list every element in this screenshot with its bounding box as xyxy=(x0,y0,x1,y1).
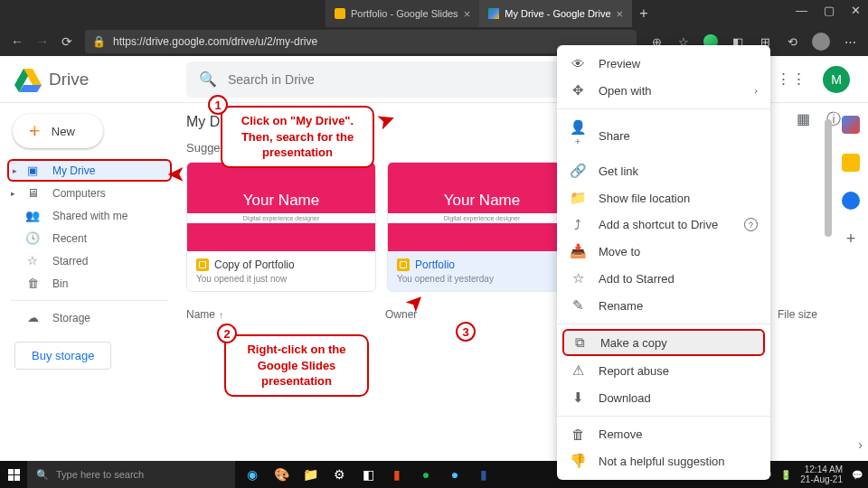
file-card[interactable]: Your Name Digital experience designer Co… xyxy=(186,162,376,292)
sync-icon[interactable]: ⟲ xyxy=(785,34,799,49)
ctx-move-to[interactable]: 📥Move to xyxy=(557,238,770,265)
tab-title: My Drive - Google Drive xyxy=(505,8,610,19)
sidebar-item-starred[interactable]: ☆ Starred xyxy=(7,249,172,272)
search-icon: 🔍 xyxy=(199,70,217,88)
ctx-open-with[interactable]: ✥Open with› xyxy=(557,77,770,104)
calendar-icon[interactable] xyxy=(842,116,860,134)
taskbar-explorer-icon[interactable]: 📁 xyxy=(298,463,322,486)
tab-drive[interactable]: My Drive - Google Drive × xyxy=(479,0,632,27)
open-with-icon: ✥ xyxy=(570,82,586,99)
folder-icon: 📁 xyxy=(570,190,586,206)
ctx-download[interactable]: ⬇Download xyxy=(557,384,770,411)
trash-icon: 🗑 xyxy=(25,277,40,290)
sidebar-label: Shared with me xyxy=(52,210,127,222)
browser-profile-icon[interactable] xyxy=(812,33,830,51)
divider xyxy=(557,416,770,417)
help-icon[interactable]: ? xyxy=(744,218,758,231)
ctx-report-abuse[interactable]: ⚠Report abuse xyxy=(557,357,770,384)
card-title: Portfolio xyxy=(415,258,455,271)
lock-icon: 🔒 xyxy=(92,35,106,48)
rename-icon: ✎ xyxy=(570,297,586,314)
sidebar-label: My Drive xyxy=(52,164,95,177)
buy-storage-button[interactable]: Buy storage xyxy=(14,342,111,370)
ctx-share[interactable]: 👤⁺Share xyxy=(557,114,770,157)
sidebar-item-computers[interactable]: ▸ 🖥 Computers xyxy=(7,182,172,204)
recent-icon: 🕓 xyxy=(25,231,40,245)
context-menu: 👁Preview ✥Open with› 👤⁺Share 🔗Get link 📁… xyxy=(557,45,770,480)
minimize-icon[interactable]: — xyxy=(796,4,807,17)
star-icon: ☆ xyxy=(25,254,40,267)
side-panel-toggle[interactable]: › xyxy=(858,437,863,452)
more-icon[interactable]: ⋯ xyxy=(843,34,857,49)
tasks-icon[interactable] xyxy=(842,192,860,210)
divider xyxy=(557,324,770,324)
sidebar-label: Bin xyxy=(52,277,68,290)
sidebar-item-storage[interactable]: ☁ Storage xyxy=(7,306,172,329)
taskbar-app-icon[interactable]: ● xyxy=(443,463,467,486)
ctx-remove[interactable]: 🗑Remove xyxy=(557,421,770,447)
annotation-2: Right-click on the Google Slides present… xyxy=(224,334,369,397)
refresh-button[interactable]: ⟳ xyxy=(61,34,72,49)
scrollbar[interactable] xyxy=(825,119,832,237)
notifications-icon[interactable]: 💬 xyxy=(852,470,863,480)
share-icon: 👤⁺ xyxy=(570,119,586,152)
account-avatar[interactable]: M xyxy=(823,66,850,93)
sidebar: + New ▸ ▣ My Drive ▸ 🖥 Computers 👥 Share… xyxy=(0,103,181,463)
taskbar-office-icon[interactable]: ▮ xyxy=(385,463,409,486)
keep-icon[interactable] xyxy=(842,154,860,172)
ctx-add-shortcut[interactable]: ⤴Add a shortcut to Drive? xyxy=(557,211,770,238)
card-thumbnail: Your Name Digital experience designer xyxy=(388,163,576,251)
ctx-preview[interactable]: 👁Preview xyxy=(557,51,770,77)
drive-logo[interactable]: Drive xyxy=(14,67,177,92)
sidebar-item-my-drive[interactable]: ▸ ▣ My Drive xyxy=(7,159,172,182)
sidebar-item-shared[interactable]: 👥 Shared with me xyxy=(7,204,172,227)
sidebar-label: Recent xyxy=(52,232,87,245)
start-button[interactable] xyxy=(0,469,27,481)
forward-button[interactable]: → xyxy=(36,34,49,49)
arrow-icon: ➤ xyxy=(168,163,184,186)
chevron-right-icon: ▸ xyxy=(13,166,17,175)
ctx-show-location[interactable]: 📁Show file location xyxy=(557,184,770,211)
tray-battery-icon[interactable]: 🔋 xyxy=(780,470,791,480)
slides-favicon xyxy=(335,8,345,19)
file-card-selected[interactable]: Your Name Digital experience designer Po… xyxy=(387,162,577,292)
taskbar-search[interactable]: 🔍 Type here to search xyxy=(27,461,235,488)
taskbar-edge-icon[interactable]: ◉ xyxy=(241,463,264,486)
trash-icon: 🗑 xyxy=(570,427,586,442)
shortcut-icon: ⤴ xyxy=(570,217,586,232)
new-button[interactable]: + New xyxy=(13,114,103,148)
download-icon: ⬇ xyxy=(570,389,586,406)
taskbar-word-icon[interactable]: ▮ xyxy=(472,463,495,486)
sidebar-item-bin[interactable]: 🗑 Bin xyxy=(7,272,172,295)
close-window-icon[interactable]: ✕ xyxy=(851,4,861,17)
ctx-make-copy[interactable]: ⧉Make a copy xyxy=(562,329,765,356)
star-icon: ☆ xyxy=(570,270,586,286)
ctx-get-link[interactable]: 🔗Get link xyxy=(557,157,770,184)
add-addon-icon[interactable]: + xyxy=(846,230,856,249)
url-bar[interactable]: 🔒 https://drive.google.com/drive/u/2/my-… xyxy=(85,30,637,53)
taskbar-app-icon[interactable]: 🎨 xyxy=(269,463,293,486)
close-icon[interactable]: × xyxy=(464,7,471,21)
divider xyxy=(557,108,770,109)
maximize-icon[interactable]: ▢ xyxy=(824,4,835,17)
search-placeholder: Type here to search xyxy=(56,469,144,480)
drive-title: Drive xyxy=(49,70,89,89)
col-name[interactable]: Name ↑ xyxy=(186,308,385,321)
clock[interactable]: 12:14 AM 21-Aug-21 xyxy=(800,465,843,484)
taskbar-spotify-icon[interactable]: ● xyxy=(414,463,438,486)
taskbar-app-icon[interactable]: ◧ xyxy=(356,463,380,486)
col-owner[interactable]: Owner xyxy=(385,308,530,321)
new-tab-button[interactable]: + xyxy=(632,5,655,22)
taskbar-settings-icon[interactable]: ⚙ xyxy=(327,463,351,486)
back-button[interactable]: ← xyxy=(11,34,24,49)
search-icon: 🔍 xyxy=(36,469,49,481)
ctx-add-starred[interactable]: ☆Add to Starred xyxy=(557,265,770,292)
tab-slides[interactable]: Portfolio - Google Slides × xyxy=(326,0,479,27)
sidebar-item-recent[interactable]: 🕓 Recent xyxy=(7,227,172,249)
grid-view-icon[interactable]: ▦ xyxy=(797,110,810,129)
ctx-not-helpful[interactable]: 👎Not a helpful suggestion xyxy=(557,447,770,474)
ctx-rename[interactable]: ✎Rename xyxy=(557,292,770,319)
col-size[interactable]: File size xyxy=(778,308,817,321)
annotation-1: Click on "My Drive". Then, search for th… xyxy=(221,106,374,168)
close-icon[interactable]: × xyxy=(617,7,624,21)
